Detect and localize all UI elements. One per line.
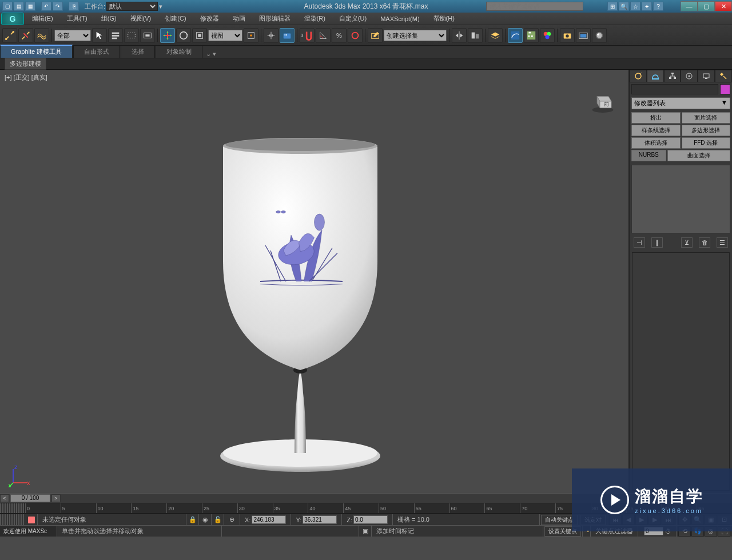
time-tag-icon[interactable]: ▣ <box>363 527 368 535</box>
lock-selection-icon[interactable]: 🔒 <box>189 516 197 523</box>
mod-ffdsel-button[interactable]: FFD 选择 <box>682 137 731 149</box>
close-button[interactable]: ✕ <box>715 1 732 11</box>
menu-rendering[interactable]: 渲染(R) <box>297 13 332 25</box>
select-link-icon[interactable] <box>2 28 17 43</box>
trackbar-grip-icon[interactable] <box>0 503 25 513</box>
schematic-view-icon[interactable] <box>524 28 539 43</box>
selection-filter-dropdown[interactable]: 全部 <box>54 30 91 41</box>
render-frame-icon[interactable] <box>576 28 591 43</box>
ribbon-expand-icon[interactable]: ⌄ ▾ <box>203 50 219 58</box>
layer-manager-icon[interactable] <box>488 28 503 43</box>
new-file-icon[interactable]: ▢ <box>2 2 13 11</box>
tab-motion-icon[interactable] <box>681 70 698 82</box>
tab-graphite[interactable]: Graphite 建模工具 <box>0 45 73 58</box>
transform-typein-icon[interactable]: ⊕ <box>229 516 234 523</box>
snap-toggle-icon[interactable]: 3 <box>300 28 315 43</box>
mod-patchsel-button[interactable]: 面片选择 <box>682 112 731 124</box>
mod-polysel-button[interactable]: 多边形选择 <box>682 125 731 136</box>
remove-modifier-icon[interactable]: 🗑 <box>699 237 710 248</box>
exchange-icon[interactable]: ⊞ <box>607 2 618 11</box>
keyboard-shortcut-icon[interactable] <box>280 28 295 43</box>
menu-modifiers[interactable]: 修改器 <box>193 13 226 25</box>
help-icon[interactable]: ? <box>653 2 663 11</box>
mod-splinesel-button[interactable]: 样条线选择 <box>631 125 681 136</box>
polymodel-button[interactable]: 多边形建模 <box>5 58 46 70</box>
angle-snap-icon[interactable] <box>316 28 331 43</box>
rectangle-region-icon[interactable] <box>124 28 139 43</box>
app-icon[interactable]: G <box>1 13 24 25</box>
modifier-list-dropdown[interactable]: 修改器列表▼ <box>631 97 730 109</box>
percent-snap-icon[interactable]: % <box>332 28 347 43</box>
timeslider-prev[interactable]: < <box>0 494 9 502</box>
viewport-label[interactable]: [+] [正交] [真实] <box>5 73 47 82</box>
minimize-button[interactable]: — <box>681 1 698 11</box>
select-rotate-icon[interactable] <box>176 28 191 43</box>
show-end-result-icon[interactable]: ∥ <box>651 237 663 248</box>
isolate-icon[interactable]: ◉ <box>202 516 208 523</box>
tab-selection[interactable]: 选择 <box>121 45 155 58</box>
tab-hierarchy-icon[interactable] <box>664 70 681 82</box>
unlink-icon[interactable] <box>18 28 33 43</box>
mod-extrude-button[interactable]: 挤出 <box>631 112 681 124</box>
timeslider-handle[interactable]: 0 / 100 <box>10 494 50 502</box>
pin-stack-icon[interactable]: ⊣ <box>634 237 645 248</box>
undo-icon[interactable]: ↶ <box>41 2 51 11</box>
bind-spacewarp-icon[interactable] <box>34 28 49 43</box>
redo-icon[interactable]: ↷ <box>53 2 63 11</box>
maximize-button[interactable]: ▢ <box>698 1 715 11</box>
configure-sets-icon[interactable]: ☰ <box>717 237 728 248</box>
tab-modify-icon[interactable] <box>647 70 664 82</box>
object-color-swatch[interactable] <box>720 84 730 94</box>
menu-tools[interactable]: 工具(T) <box>60 13 94 25</box>
save-file-icon[interactable]: ▦ <box>25 2 35 11</box>
mod-nurbssurf-button[interactable]: 曲面选择 <box>667 150 730 161</box>
viewport[interactable]: [+] [正交] [真实] 前 z x y <box>0 70 629 493</box>
menu-maxscript[interactable]: MAXScript(M) <box>373 13 426 25</box>
menu-edit[interactable]: 编辑(E) <box>25 13 60 25</box>
tab-paint[interactable]: 对象绘制 <box>156 45 202 58</box>
edit-named-sets-icon[interactable] <box>368 28 383 43</box>
search-input[interactable] <box>486 2 583 11</box>
tab-utilities-icon[interactable] <box>715 70 732 82</box>
menu-customize[interactable]: 自定义(U) <box>332 13 373 25</box>
sel-lock-icon[interactable]: 🔓 <box>214 516 222 523</box>
status-grip-icon[interactable] <box>0 514 25 525</box>
link-icon[interactable]: ⎘ <box>69 2 79 11</box>
search-icon[interactable]: 🔍 <box>619 2 629 11</box>
tab-create-icon[interactable] <box>630 70 647 82</box>
mirror-icon[interactable] <box>452 28 467 43</box>
tab-freeform[interactable]: 自由形式 <box>73 45 120 58</box>
window-crossing-icon[interactable] <box>140 28 155 43</box>
render-production-icon[interactable] <box>592 28 607 43</box>
select-by-name-icon[interactable] <box>108 28 123 43</box>
select-scale-icon[interactable] <box>192 28 207 43</box>
open-file-icon[interactable]: ▤ <box>14 2 24 11</box>
coord-z-input[interactable] <box>353 515 388 524</box>
curve-editor-icon[interactable] <box>508 28 523 43</box>
timeslider-next[interactable]: > <box>51 494 61 502</box>
mod-volsel-button[interactable]: 体积选择 <box>631 137 681 149</box>
viewcube-icon[interactable]: 前 <box>588 87 617 116</box>
modifier-stack[interactable] <box>631 165 730 233</box>
workspace-dropdown[interactable]: 默认 <box>106 2 158 11</box>
menu-grapheditor[interactable]: 图形编辑器 <box>252 13 297 25</box>
manipulate-icon[interactable] <box>264 28 279 43</box>
align-icon[interactable] <box>468 28 483 43</box>
menu-create[interactable]: 创建(C) <box>158 13 193 25</box>
object-name-input[interactable] <box>631 84 718 94</box>
star-icon[interactable]: ✦ <box>642 2 652 11</box>
menu-group[interactable]: 组(G) <box>94 13 124 25</box>
maxscript-listener-icon[interactable] <box>27 516 35 524</box>
coord-x-input[interactable] <box>252 515 286 524</box>
addtime-label[interactable]: 添加时间标记 <box>372 526 543 537</box>
menu-animation[interactable]: 动画 <box>226 13 252 25</box>
tab-display-icon[interactable] <box>698 70 715 82</box>
select-move-icon[interactable] <box>160 28 175 43</box>
favorite-icon[interactable]: ☆ <box>630 2 640 11</box>
select-object-icon[interactable] <box>92 28 107 43</box>
pivot-center-icon[interactable] <box>244 28 258 43</box>
ref-coord-dropdown[interactable]: 视图 <box>208 30 242 41</box>
named-selection-dropdown[interactable]: 创建选择集 <box>384 30 447 41</box>
spinner-snap-icon[interactable] <box>348 28 363 43</box>
material-editor-icon[interactable] <box>540 28 555 43</box>
